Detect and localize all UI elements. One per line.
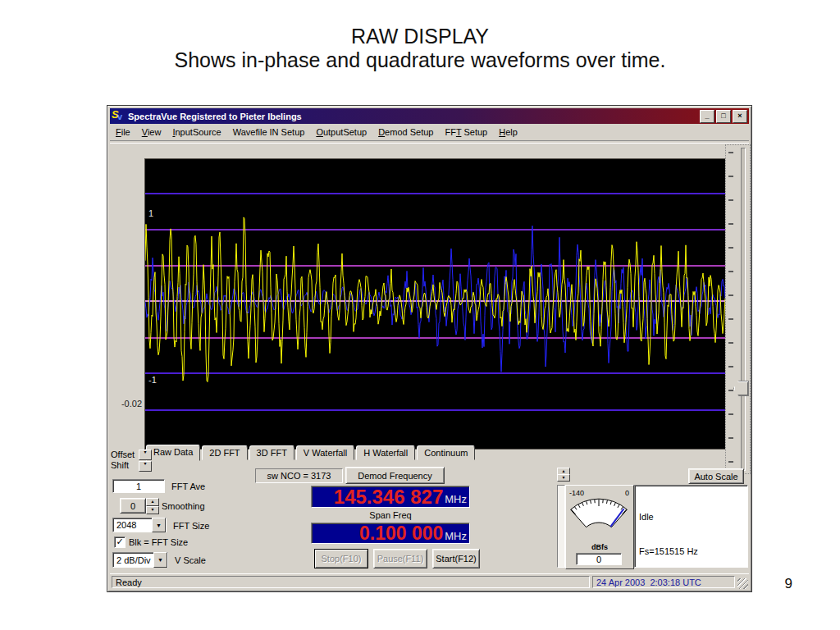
menu-file[interactable]: File bbox=[110, 127, 136, 137]
meter-min-label: -140 bbox=[569, 489, 584, 497]
status-line-idle: Idle bbox=[639, 511, 743, 523]
start-button[interactable]: Start(F12) bbox=[432, 549, 480, 568]
v-scale-dropdown-arrow[interactable]: ▼ bbox=[153, 552, 167, 568]
slider-tick bbox=[728, 294, 733, 296]
smoothing-up-spinner[interactable]: ▴ bbox=[146, 498, 159, 506]
window-title: SpectraVue Registered to Pieter Ibelings bbox=[128, 112, 698, 121]
fft-size-value: 2048 bbox=[116, 520, 136, 530]
slider-tick bbox=[728, 461, 733, 463]
shift-label: Shift bbox=[111, 460, 129, 470]
fft-size-dropdown-arrow[interactable]: ▼ bbox=[152, 518, 166, 532]
statusbar-ready-text: Ready bbox=[116, 578, 142, 587]
close-button[interactable]: × bbox=[733, 110, 747, 123]
meter-value-readout: 0 bbox=[576, 553, 622, 565]
slider-tick bbox=[728, 247, 733, 249]
slider-tick bbox=[728, 271, 733, 272]
pause-button[interactable]: Pause(F11) bbox=[373, 549, 427, 568]
slider-tick bbox=[728, 199, 733, 201]
axis-label-minus1: -1 bbox=[148, 375, 157, 385]
smoothing-input[interactable]: 0 bbox=[120, 498, 146, 514]
fft-size-dropdown[interactable]: 2048 ▼ bbox=[112, 518, 167, 532]
span-frequency-display[interactable]: 0.100 000 MHz bbox=[311, 523, 470, 544]
titlebar[interactable]: S v SpectraVue Registered to Pieter Ibel… bbox=[110, 108, 749, 124]
spectravue-window: S v SpectraVue Registered to Pieter Ibel… bbox=[107, 105, 752, 592]
menu-outputsetup[interactable]: OutputSetup bbox=[310, 127, 372, 137]
blk-fft-checkbox[interactable]: ✓ bbox=[114, 536, 126, 548]
blk-fft-label: Blk = FFT Size bbox=[129, 537, 188, 547]
iq-waveform-chart bbox=[145, 159, 725, 449]
v-scale-dropdown[interactable]: 2 dB/Div ▼ bbox=[112, 552, 168, 568]
status-line-fs: Fs=151515 Hz bbox=[639, 546, 743, 557]
offset-label: Offset bbox=[111, 450, 135, 459]
menubar: File View InputSource Wavefile IN Setup … bbox=[110, 125, 749, 139]
menu-view[interactable]: View bbox=[136, 127, 167, 137]
shift-spinner[interactable]: ▾ bbox=[139, 461, 152, 472]
meter-down-spinner[interactable]: ▾ bbox=[557, 474, 570, 482]
demod-frequency-button[interactable]: Demod Frequency bbox=[345, 467, 445, 484]
dbfs-meter: -140 0 dBfs 0 bbox=[565, 485, 634, 569]
tab-h-waterfall[interactable]: H Waterfall bbox=[356, 445, 415, 460]
axis-label-plus1: 1 bbox=[148, 208, 153, 218]
span-freq-caption: Span Freq bbox=[311, 510, 470, 520]
center-frequency-display[interactable]: 145.346 827 MHz bbox=[311, 486, 470, 508]
slider-tick bbox=[728, 152, 733, 153]
axis-label-center: -0.02 bbox=[112, 399, 142, 409]
meter-max-label: 0 bbox=[625, 489, 629, 497]
menu-wavefile-in-setup[interactable]: Wavefile IN Setup bbox=[227, 127, 311, 137]
slider-tick bbox=[728, 342, 733, 344]
menu-fft-setup[interactable]: FFT Setup bbox=[439, 127, 493, 137]
stop-button[interactable]: Stop(F10) bbox=[314, 549, 368, 568]
meter-unit-label: dBfs bbox=[566, 543, 633, 551]
tab-v-waterfall[interactable]: V Waterfall bbox=[296, 445, 354, 460]
app-icon: S v bbox=[112, 111, 125, 122]
slider-thumb[interactable] bbox=[733, 381, 749, 396]
center-frequency-value: 145.346 827 bbox=[334, 486, 443, 509]
v-scale-label: V Scale bbox=[175, 555, 206, 565]
app-icon-v: v bbox=[117, 112, 122, 121]
offset-spinner[interactable]: ▾ bbox=[139, 450, 152, 460]
slider-tick bbox=[728, 223, 733, 225]
statusbar: Ready 24 Apr 2003 2:03:18 UTC bbox=[110, 573, 749, 590]
slider-tick bbox=[728, 176, 733, 177]
fft-ave-label: FFT Ave bbox=[171, 482, 205, 491]
fft-ave-input[interactable]: 1 bbox=[112, 479, 165, 493]
slider-tick bbox=[728, 390, 733, 391]
page-number: 9 bbox=[785, 576, 792, 592]
auto-scale-button[interactable]: Auto Scale bbox=[688, 468, 744, 484]
menu-inputsource[interactable]: InputSource bbox=[167, 127, 226, 137]
slider-tick bbox=[728, 413, 733, 415]
smoothing-down-spinner[interactable]: ▾ bbox=[146, 506, 159, 514]
resize-grip[interactable] bbox=[737, 578, 748, 589]
minimize-button[interactable]: _ bbox=[700, 110, 714, 123]
fft-size-label: FFT Size bbox=[173, 521, 209, 531]
tab-3d-fft[interactable]: 3D FFT bbox=[249, 445, 294, 460]
slider-tick bbox=[728, 318, 733, 320]
menu-demod-setup[interactable]: Demod Setup bbox=[372, 127, 439, 137]
raw-waveform-plot[interactable]: 1 -1 bbox=[144, 158, 726, 450]
sw-nco-readout: sw NCO = 3173 bbox=[255, 468, 343, 483]
tab-2d-fft[interactable]: 2D FFT bbox=[202, 445, 247, 460]
span-frequency-value: 0.100 000 bbox=[359, 523, 443, 545]
slider-track[interactable] bbox=[741, 148, 746, 471]
status-readout-panel: Idle Fs=151515 Hz BW Res = 74 Hz bbox=[634, 485, 748, 568]
menu-help[interactable]: Help bbox=[493, 127, 523, 137]
statusbar-datetime-text: 24 Apr 2003 2:03:18 UTC bbox=[596, 578, 701, 587]
slider-tick bbox=[728, 366, 733, 368]
slider-tick bbox=[728, 437, 733, 439]
v-scale-value: 2 dB/Div bbox=[116, 555, 151, 565]
span-frequency-unit: MHz bbox=[445, 530, 467, 542]
vertical-scale-slider[interactable] bbox=[725, 144, 751, 474]
tab-raw-data[interactable]: Raw Data bbox=[146, 445, 200, 461]
level-bar bbox=[557, 485, 565, 568]
slide-title: RAW DISPLAY Shows in-phase and quadratur… bbox=[0, 25, 840, 72]
slide-title-line2: Shows in-phase and quadrature waveforms … bbox=[0, 48, 840, 72]
menu-divider bbox=[110, 140, 749, 144]
smoothing-label: Smoothing bbox=[162, 501, 205, 511]
tab-continuum[interactable]: Continuum bbox=[417, 445, 475, 460]
display-tabs: Raw Data 2D FFT 3D FFT V Waterfall H Wat… bbox=[146, 445, 477, 460]
maximize-button[interactable]: □ bbox=[716, 110, 731, 123]
center-frequency-unit: MHz bbox=[445, 493, 467, 505]
statusbar-datetime-pane: 24 Apr 2003 2:03:18 UTC bbox=[592, 576, 735, 588]
slide-title-line1: RAW DISPLAY bbox=[0, 25, 840, 48]
statusbar-ready-pane: Ready bbox=[112, 576, 590, 588]
